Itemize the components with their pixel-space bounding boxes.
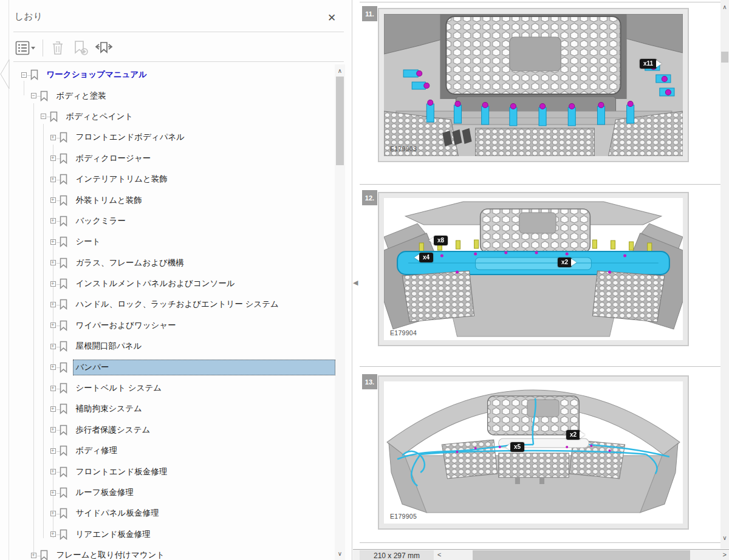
bookmark-item-11[interactable]: +ハンドル、ロック、ラッチおよびエントリー システム xyxy=(9,294,335,315)
bookmark-label: ボディ修理 xyxy=(73,443,120,459)
bookmark-icon xyxy=(59,362,68,373)
expand-node-icon[interactable]: + xyxy=(50,302,56,307)
collapse-node-icon[interactable]: − xyxy=(31,93,36,98)
expand-current-bookmark-button[interactable] xyxy=(94,38,114,58)
bookmark-icon xyxy=(59,153,68,164)
document-scrollbar-thumb[interactable] xyxy=(721,52,728,63)
expand-node-icon[interactable]: + xyxy=(50,177,56,182)
expand-node-icon[interactable]: + xyxy=(50,427,56,432)
bookmarks-panel: しおり ✕ xyxy=(0,0,352,560)
scroll-up-icon[interactable]: ∧ xyxy=(720,4,729,10)
trash-icon xyxy=(51,40,64,56)
bookmark-add-icon xyxy=(73,40,89,56)
scroll-left-icon[interactable]: < xyxy=(437,551,441,558)
bookmarks-scrollbar[interactable]: ∧ ∨ xyxy=(335,64,345,560)
expand-node-icon[interactable]: + xyxy=(50,364,56,370)
scroll-up-icon[interactable]: ∧ xyxy=(335,67,345,74)
header-divider xyxy=(13,32,344,32)
bookmark-item-9[interactable]: +ガラス、フレームおよび機構 xyxy=(9,253,335,273)
collapse-node-icon[interactable]: − xyxy=(41,114,46,119)
bookmark-label: ボディクロージャー xyxy=(73,151,154,166)
delete-bookmark-button[interactable] xyxy=(48,38,67,58)
bookmark-icon xyxy=(49,111,58,122)
expand-node-icon[interactable]: + xyxy=(50,155,56,161)
scroll-down-icon[interactable]: ∨ xyxy=(335,550,345,557)
expand-node-icon[interactable]: + xyxy=(50,197,56,203)
bookmark-icon xyxy=(59,278,68,289)
bookmark-label: フロントエンド板金修理 xyxy=(73,464,171,480)
callout-x11: x11 xyxy=(640,59,662,69)
expand-node-icon[interactable]: + xyxy=(50,406,56,412)
new-bookmark-button[interactable] xyxy=(71,38,91,58)
expand-node-icon[interactable]: + xyxy=(50,260,56,265)
bookmark-item-1[interactable]: −ボディと塗装 xyxy=(9,85,335,106)
expand-node-icon[interactable]: + xyxy=(50,135,56,140)
bookmark-item-0[interactable]: −ワークショップマニュアル xyxy=(9,64,335,85)
bookmark-label: シートベルト システム xyxy=(73,380,165,396)
scroll-right-icon[interactable]: > xyxy=(723,551,727,558)
expand-node-icon[interactable]: + xyxy=(50,448,56,454)
bookmark-item-10[interactable]: +インストルメントパネルおよびコンソール xyxy=(9,273,335,294)
bookmark-item-3[interactable]: +フロントエンドボディパネル xyxy=(9,127,335,148)
bookmark-item-2[interactable]: −ボディとペイント xyxy=(9,106,335,127)
expand-node-icon[interactable]: + xyxy=(50,323,56,328)
bookmark-item-20[interactable]: +ルーフ板金修理 xyxy=(9,482,335,503)
bookmarks-scrollbar-thumb[interactable] xyxy=(336,77,344,165)
expand-node-icon[interactable]: + xyxy=(50,281,56,287)
bookmark-label: ルーフ板金修理 xyxy=(73,485,137,500)
figure-12-diagram xyxy=(384,198,683,340)
bookmark-icon xyxy=(59,299,68,310)
bookmark-item-4[interactable]: +ボディクロージャー xyxy=(9,148,335,169)
bookmark-icon xyxy=(59,132,68,143)
document-scrollbar[interactable]: ∧ ∨ xyxy=(720,0,729,548)
bookmark-item-16[interactable]: +補助拘束システム xyxy=(9,398,335,419)
bookmark-icon xyxy=(39,550,49,560)
expand-node-icon[interactable]: + xyxy=(50,490,56,496)
bookmark-item-19[interactable]: +フロントエンド板金修理 xyxy=(9,461,335,482)
bookmark-label: 外装トリムと装飾 xyxy=(73,193,145,208)
bookmark-item-21[interactable]: +サイドパネル板金修理 xyxy=(9,503,335,524)
expand-node-icon[interactable]: + xyxy=(50,218,56,224)
collapse-node-icon[interactable]: − xyxy=(21,72,27,78)
callout-x8: x8 xyxy=(429,236,448,245)
bookmark-item-6[interactable]: +外装トリムと装飾 xyxy=(9,190,335,210)
bookmark-label: フロントエンドボディパネル xyxy=(73,129,188,145)
collapse-panel-icon[interactable]: ◀ xyxy=(353,279,358,287)
bookmark-label: ボディと塗装 xyxy=(53,88,109,104)
figure-frame-11: x11 E179903 xyxy=(378,8,689,162)
expand-node-icon[interactable]: + xyxy=(50,511,56,516)
horizontal-scrollbar-thumb[interactable] xyxy=(473,550,690,560)
bookmark-item-13[interactable]: +屋根開口部パネル xyxy=(9,336,335,357)
expand-node-icon[interactable]: + xyxy=(50,386,56,391)
bookmark-item-12[interactable]: +ワイパーおよびワッシャー xyxy=(9,315,335,336)
bookmark-item-18[interactable]: +ボディ修理 xyxy=(9,440,335,461)
bookmark-icon xyxy=(59,216,68,227)
bookmark-item-8[interactable]: +シート xyxy=(9,231,335,252)
bookmark-icon xyxy=(30,69,39,80)
figure-step-number: 12. xyxy=(362,190,377,205)
bookmark-item-23[interactable]: +フレームと取り付けマウント xyxy=(9,545,335,560)
bookmark-item-22[interactable]: +リアエンド板金修理 xyxy=(9,524,335,545)
scroll-down-icon[interactable]: ∨ xyxy=(720,534,729,541)
bookmark-item-15[interactable]: +シートベルト システム xyxy=(9,378,335,398)
expand-node-icon[interactable]: + xyxy=(50,239,56,245)
bookmark-icon xyxy=(59,320,68,331)
bookmark-item-17[interactable]: +歩行者保護システム xyxy=(9,420,335,440)
expand-node-icon[interactable]: + xyxy=(50,531,56,537)
callout-x2: x2 xyxy=(558,258,577,267)
options-list-icon xyxy=(15,40,36,56)
close-icon[interactable]: ✕ xyxy=(324,10,340,26)
toolbar-divider xyxy=(13,61,344,62)
bookmark-options-button[interactable] xyxy=(13,38,38,58)
expand-node-icon[interactable]: + xyxy=(50,469,56,474)
bookmark-icon xyxy=(59,174,68,185)
figure-frame-12: x8 x4 x2 E179904 xyxy=(378,192,689,346)
bookmark-icon xyxy=(59,466,68,477)
bookmark-item-5[interactable]: +インテリアトリムと装飾 xyxy=(9,169,335,190)
expand-node-icon[interactable]: + xyxy=(31,553,36,558)
bookmark-item-7[interactable]: +バックミラー xyxy=(9,211,335,231)
expand-node-icon[interactable]: + xyxy=(50,344,56,349)
bookmark-item-14[interactable]: +バンパー xyxy=(9,357,335,377)
bookmark-label: ボディとペイント xyxy=(63,109,137,125)
toolbar-separator xyxy=(43,39,43,56)
